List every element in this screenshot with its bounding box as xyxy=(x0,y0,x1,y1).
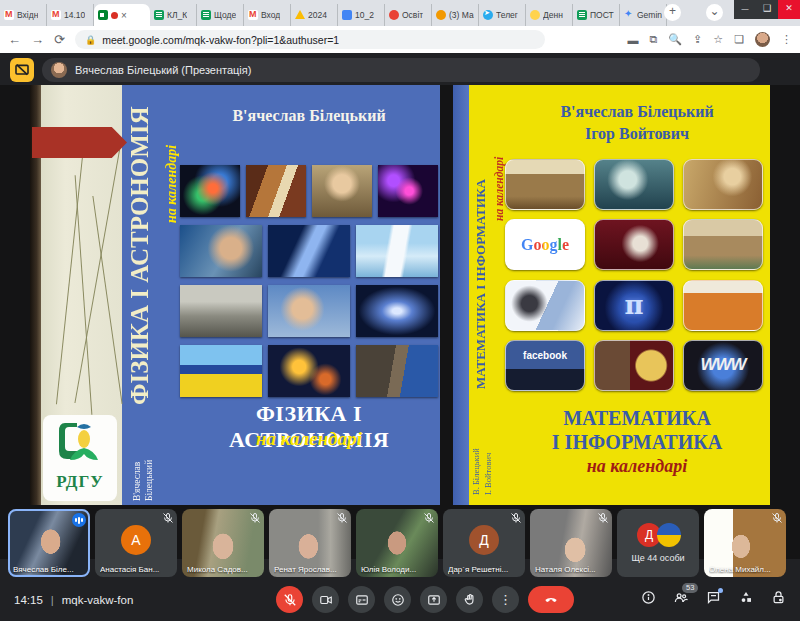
thumb-vintage-computer xyxy=(683,280,763,331)
profile-avatar[interactable] xyxy=(755,32,770,47)
spine-title-vertical: МАТЕМАТИКА І ІНФОРМАТИКА xyxy=(473,89,489,389)
participant-tile[interactable]: Микола Садов... xyxy=(182,509,264,577)
spine-subtitle-vertical: на календарі xyxy=(493,91,505,221)
mic-off-icon xyxy=(162,512,174,524)
gmail-icon xyxy=(51,10,61,20)
participant-tile[interactable]: Юлія Володи... xyxy=(356,509,438,577)
camera-button[interactable] xyxy=(312,586,339,613)
mic-off-icon xyxy=(336,512,348,524)
book-author-1: В'ячеслав Білецький xyxy=(508,103,766,121)
tab-sheet-post[interactable]: ПОСТ xyxy=(573,4,620,26)
tab-mail-vhod[interactable]: Вход xyxy=(244,4,291,26)
new-tab-button[interactable] xyxy=(664,4,681,21)
toolbar-right-icons: ▬ ⧉ 🔍 ⇪ ☆ ❏ ⋮ xyxy=(627,32,792,47)
drive-icon xyxy=(295,10,305,20)
maximize-button[interactable] xyxy=(756,0,778,19)
tab-dennyk[interactable]: Денн xyxy=(526,4,573,26)
chat-notification-dot xyxy=(718,588,723,593)
reload-icon[interactable]: ⟳ xyxy=(54,32,65,47)
red-ribbon-arrow xyxy=(32,127,127,158)
lock-icon: 🔒 xyxy=(85,35,96,45)
tab-drive-2024[interactable]: 2024 xyxy=(291,4,338,26)
thumb-statue-with-formulas xyxy=(594,159,674,210)
activities-icon[interactable] xyxy=(738,590,754,609)
search-icon[interactable]: 🔍 xyxy=(668,33,682,46)
more-options-button[interactable]: ⋮ xyxy=(492,586,519,613)
call-controls: ⋮ xyxy=(276,586,574,613)
participant-tile[interactable]: Наталя Олексі... xyxy=(530,509,612,577)
tab-sheet-schode[interactable]: Щоде xyxy=(197,4,244,26)
presenter-banner[interactable]: Вячеслав Білецький (Презентація) xyxy=(42,58,760,82)
raise-hand-button[interactable] xyxy=(456,586,483,613)
thumb-atom-model xyxy=(378,165,438,217)
tab-mail-3ma[interactable]: (3) Ма xyxy=(432,4,479,26)
browser-toolbar: ← → ⟳ 🔒 meet.google.com/mqk-vakw-fon?pli… xyxy=(0,26,800,53)
meet-icon xyxy=(98,10,108,20)
thumb-www-letters: WWW xyxy=(683,340,763,391)
publisher-logo-text: РДГУ xyxy=(43,472,117,492)
thumb-facebook-crowd: facebook xyxy=(505,340,585,391)
tab-docs-1028[interactable]: 10_2 xyxy=(338,4,385,26)
browser-menu-icon[interactable]: ⋮ xyxy=(781,33,792,46)
recording-dot-icon xyxy=(111,12,118,19)
meeting-details-icon[interactable] xyxy=(641,590,656,609)
tab-sheet-klk[interactable]: КЛ_К xyxy=(150,4,197,26)
tab-meet-active[interactable] xyxy=(94,4,150,26)
presentation-indicator-icon[interactable] xyxy=(10,58,34,82)
overflow-tile[interactable]: Д Ще 44 особи xyxy=(617,509,699,577)
thumb-antonov-airplane xyxy=(356,225,438,277)
participant-tile[interactable]: Олена Михайл... xyxy=(704,509,786,577)
mic-off-icon xyxy=(510,512,522,524)
participant-tile[interactable]: А Анастасія Бан... xyxy=(95,509,177,577)
sheets-icon xyxy=(577,10,587,20)
tab-mail-1410[interactable]: 14.10 xyxy=(47,4,94,26)
participant-tile[interactable]: Д Дар`я Решетні... xyxy=(443,509,525,577)
tab-search-chevron-icon[interactable] xyxy=(706,4,723,21)
thumb-google-logo: Google xyxy=(505,219,585,270)
book-title-line1: МАТЕМАТИКА xyxy=(508,407,766,430)
tab-telegram[interactable]: Телег xyxy=(479,4,526,26)
thumb-solar-panels-field xyxy=(180,345,262,397)
captions-button[interactable] xyxy=(348,586,375,613)
sheets-icon xyxy=(201,10,211,20)
tab-gemini[interactable]: Gemin xyxy=(620,4,667,26)
thumb-pi-number-day: π xyxy=(594,280,674,331)
people-panel-icon[interactable]: 53 xyxy=(673,590,689,609)
presentation-stage: РДГУ ФІЗИКА І АСТРОНОМІЯ на календарі В'… xyxy=(0,85,800,559)
avatar: А xyxy=(121,525,151,555)
present-screen-button[interactable] xyxy=(420,586,447,613)
end-call-button[interactable] xyxy=(528,586,574,613)
spine-author-vertical: В'ячеслав Білецький xyxy=(132,417,154,501)
close-window-button[interactable] xyxy=(778,0,800,19)
thumb-scientist-with-tram xyxy=(356,345,438,397)
back-icon[interactable]: ← xyxy=(8,32,21,47)
forward-icon[interactable]: → xyxy=(31,32,44,47)
participant-tile[interactable]: Ренат Ярослав... xyxy=(269,509,351,577)
host-controls-icon[interactable] xyxy=(771,590,786,609)
grass-decoration xyxy=(92,196,122,404)
mic-off-button[interactable] xyxy=(276,586,303,613)
reactions-button[interactable] xyxy=(384,586,411,613)
url-text[interactable]: meet.google.com/mqk-vakw-fon?pli=1&authu… xyxy=(102,34,339,46)
spine-title-vertical: ФІЗИКА І АСТРОНОМІЯ xyxy=(126,91,154,421)
participant-tile[interactable]: Вячеслав Біле... xyxy=(8,509,90,577)
tab-osvita[interactable]: Освіт xyxy=(385,4,432,26)
gmail-icon xyxy=(248,10,258,20)
side-panel-icon[interactable]: ❏ xyxy=(734,33,744,46)
bookmark-star-icon[interactable]: ☆ xyxy=(713,33,723,46)
media-control-icon[interactable]: ▬ xyxy=(627,34,638,46)
book-cover-physics: РДГУ ФІЗИКА І АСТРОНОМІЯ на календарі В'… xyxy=(30,85,440,505)
meeting-panels: 53 xyxy=(641,590,786,609)
translate-icon[interactable]: ⧉ xyxy=(649,33,657,46)
share-icon[interactable]: ⇪ xyxy=(693,33,702,46)
minimize-button[interactable] xyxy=(734,0,756,19)
book-author-2: Ігор Войтович xyxy=(508,125,766,143)
chat-panel-icon[interactable] xyxy=(706,590,721,609)
thumb-scientist-portrait-red xyxy=(594,219,674,270)
address-bar[interactable]: 🔒 meet.google.com/mqk-vakw-fon?pli=1&aut… xyxy=(75,30,545,49)
spine-authors-vertical: В. Білецький І. Войтович xyxy=(471,385,493,495)
tab-inbox[interactable]: Вхідн xyxy=(0,4,47,26)
close-tab-icon[interactable] xyxy=(121,10,127,21)
thumb-engineer-sketch xyxy=(505,280,585,331)
publisher-logo-rdgu: РДГУ xyxy=(43,415,117,501)
